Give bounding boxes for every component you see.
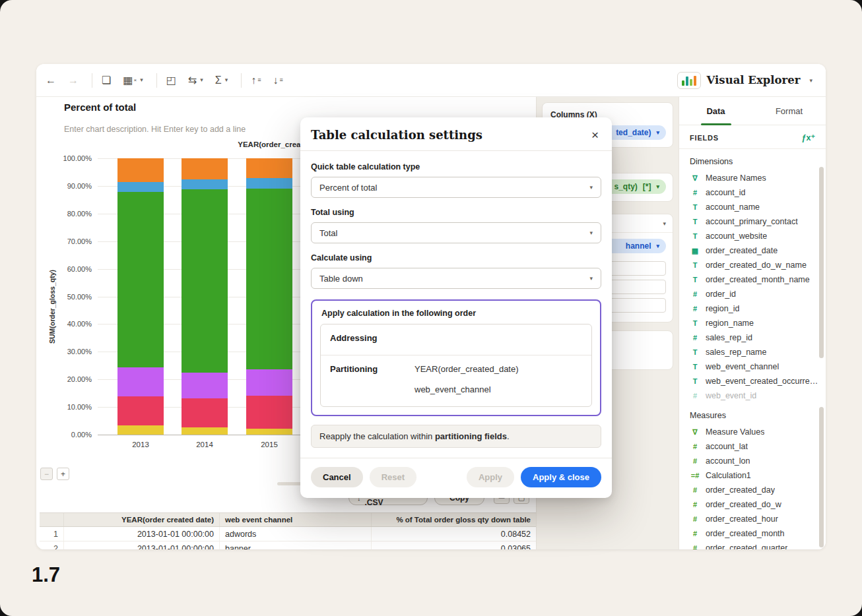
close-icon[interactable]: × (591, 129, 599, 141)
field-label: account_website (706, 231, 767, 241)
field-item[interactable]: Torder_created_do_w_name (690, 258, 820, 272)
visual-explorer-menu[interactable]: Visual Explorer ▾ (673, 69, 816, 92)
field-item[interactable]: Torder_created_month_name (690, 272, 820, 287)
field-item[interactable]: #account_id (690, 185, 820, 200)
bar-2015[interactable] (246, 158, 292, 435)
fields-scrollbar-thumb[interactable] (819, 407, 824, 547)
field-item[interactable]: Tregion_name (690, 316, 820, 330)
total-using-select[interactable]: Total ▾ (311, 222, 601, 243)
y-tick-label: 70.00% (67, 237, 92, 245)
cancel-button[interactable]: Cancel (311, 467, 363, 487)
orange-segment[interactable] (182, 158, 228, 179)
field-item[interactable]: Taccount_name (690, 200, 820, 214)
zoom-in-button[interactable]: + (57, 468, 69, 480)
field-label: Measure Names (706, 173, 766, 183)
quick-calc-type-select[interactable]: Percent of total ▾ (311, 177, 601, 198)
number-icon: # (690, 443, 700, 450)
number-icon: # (690, 515, 700, 523)
date-icon: ▦ (690, 247, 700, 255)
field-item[interactable]: Taccount_website (690, 229, 820, 243)
zoom-controls: − + (40, 468, 69, 480)
field-item[interactable]: #order_created_do_w (690, 497, 820, 512)
bar-2014[interactable] (182, 158, 228, 435)
yellow-segment[interactable] (117, 425, 164, 435)
add-calculation-icon[interactable]: ƒx⁺ (801, 133, 815, 142)
bar-2013[interactable] (117, 158, 164, 435)
green-segment[interactable] (246, 189, 292, 369)
field-item[interactable]: Taccount_primary_contact (690, 214, 820, 229)
field-item[interactable]: #order_created_month (690, 526, 820, 541)
fields-scrollbar-thumb[interactable] (819, 167, 824, 358)
field-item[interactable]: ∇Measure Values (690, 425, 820, 439)
blue-segment[interactable] (182, 179, 228, 189)
tab-format[interactable]: Format (752, 97, 826, 125)
partitioning-values: YEAR(order_created_date)web_event_channe… (414, 364, 519, 394)
yellow-segment[interactable] (182, 427, 228, 435)
apply-close-button[interactable]: Apply & close (521, 467, 601, 487)
purple-segment[interactable] (246, 369, 292, 396)
orange-segment[interactable] (246, 158, 292, 178)
field-label: order_created_hour (706, 514, 778, 524)
field-item[interactable]: ▦order_created_date (690, 243, 820, 258)
calculate-using-select[interactable]: Table down ▾ (311, 268, 601, 289)
number-icon: # (690, 457, 700, 465)
field-item[interactable]: =#Calculation1 (690, 468, 820, 483)
icon-lines: ≡ (279, 77, 282, 83)
aggregate-button[interactable]: Σ▾ (215, 75, 228, 86)
field-item[interactable]: Tweb_event_channel (690, 359, 820, 374)
zoom-out-button[interactable]: − (40, 468, 53, 480)
red-segment[interactable] (117, 396, 164, 425)
chevron-down-icon: ▾ (589, 275, 593, 282)
field-item[interactable]: #order_id (690, 287, 820, 301)
orange-segment[interactable] (117, 158, 164, 182)
field-item[interactable]: ∇Measure Names (690, 171, 820, 185)
field-label: order_created_do_w_name (706, 261, 807, 270)
field-item[interactable]: Tweb_event_created_occurred... (690, 374, 820, 388)
field-label: web_event_channel (706, 362, 779, 371)
number-icon: # (690, 189, 700, 197)
back-button[interactable]: ← (46, 75, 56, 86)
forward-button[interactable]: → (68, 75, 79, 86)
field-item[interactable]: #order_created_quarter (690, 541, 820, 549)
chart-description-input[interactable]: Enter chart description. Hit Enter key t… (64, 125, 246, 134)
blue-segment[interactable] (117, 182, 164, 192)
sort-descending-button[interactable]: ↓≡ (273, 75, 282, 86)
field-item[interactable]: #order_created_day (690, 483, 820, 497)
purple-segment[interactable] (117, 367, 164, 396)
blue-segment[interactable] (246, 178, 292, 189)
remove-chart-button[interactable]: ▦×▾ (123, 75, 143, 86)
duplicate-chart-button[interactable]: ❏ (102, 75, 111, 86)
text-icon: T (690, 348, 700, 356)
field-item[interactable]: #account_lat (690, 439, 820, 454)
field-item[interactable]: #region_id (690, 301, 820, 316)
reset-button[interactable]: Reset (370, 467, 416, 487)
crop-button[interactable]: ◰ (166, 75, 176, 86)
field-item[interactable]: #account_lon (690, 454, 820, 468)
chevron-down-icon: ▾ (656, 183, 659, 190)
tab-data[interactable]: Data (679, 97, 752, 125)
apply-button[interactable]: Apply (467, 467, 514, 487)
field-item[interactable]: #order_created_hour (690, 512, 820, 526)
green-segment[interactable] (117, 192, 164, 367)
column-width-button[interactable]: ⇆▾ (188, 75, 203, 86)
duplicate-chart-button-glyph: ❏ (102, 75, 111, 86)
purple-segment[interactable] (182, 373, 228, 398)
column-header: % of Total order gloss qty down table (371, 513, 536, 526)
fields-panel: Data Format FIELDS ƒx⁺ Dimensions ∇Measu… (679, 97, 826, 549)
sort-ascending-button[interactable]: ↑≡ (251, 75, 261, 86)
chevron-down-icon: ▾ (225, 77, 228, 83)
note-suffix: . (507, 431, 510, 441)
yellow-segment[interactable] (246, 429, 292, 435)
results-table: YEAR(order created date)web event channe… (40, 512, 536, 549)
text-icon: T (690, 203, 700, 211)
green-segment[interactable] (182, 189, 228, 373)
red-segment[interactable] (182, 398, 228, 427)
field-label: order_created_day (706, 485, 775, 495)
red-segment[interactable] (246, 396, 292, 429)
measures-list: ∇Measure Values#account_lat#account_lon=… (690, 425, 820, 549)
field-item[interactable]: #sales_rep_id (690, 330, 820, 345)
quick-calc-type-label: Quick table calculation type (311, 162, 601, 171)
table-row: 12013-01-01 00:00:00adwords0.08452 (40, 527, 536, 541)
field-item[interactable]: #web_event_id (690, 388, 820, 403)
field-item[interactable]: Tsales_rep_name (690, 345, 820, 359)
